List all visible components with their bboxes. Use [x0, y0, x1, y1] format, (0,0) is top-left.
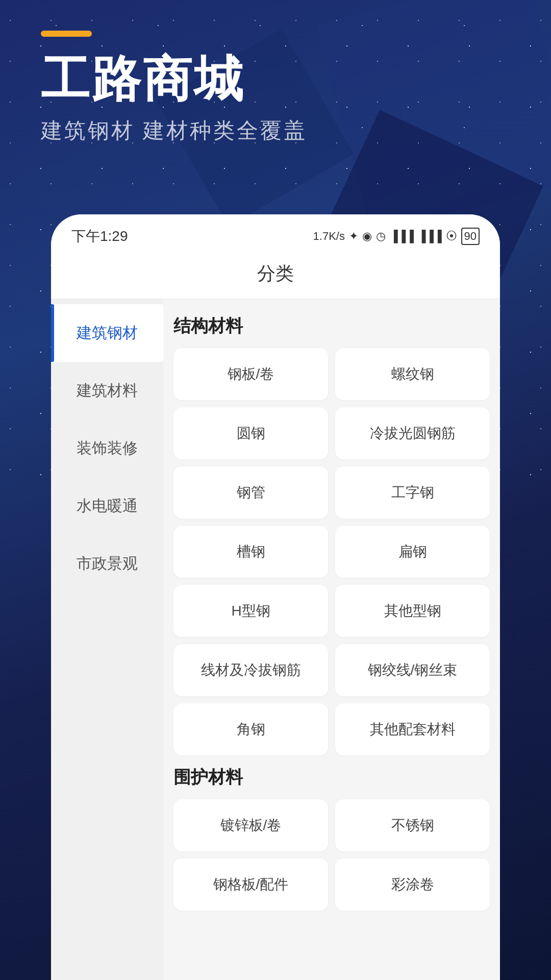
status-time: 下午1:29 — [71, 227, 128, 246]
item-steel-grating[interactable]: 钢格板/配件 — [173, 859, 328, 911]
item-stainless-steel[interactable]: 不锈钢 — [335, 799, 490, 851]
enclosure-grid: 镀锌板/卷 不锈钢 钢格板/配件 彩涂卷 — [173, 799, 490, 911]
item-strand[interactable]: 钢绞线/钢丝束 — [335, 644, 490, 696]
item-h-beam[interactable]: H型钢 — [173, 585, 328, 637]
bluetooth-icon: ✦ — [349, 230, 358, 243]
alarm-icon: ◷ — [376, 230, 386, 243]
item-steel-plate[interactable]: 钢板/卷 — [173, 348, 328, 400]
sidebar-item-municipal[interactable]: 市政景观 — [51, 535, 163, 593]
page-title-bar: 分类 — [51, 251, 500, 299]
status-bar: 下午1:29 1.7K/s ✦ ◉ ◷ ▐▐▐ ▐▐▐ ⦿ 90 — [51, 214, 500, 251]
sidebar-item-label: 建筑材料 — [77, 382, 138, 399]
item-i-beam[interactable]: 工字钢 — [335, 467, 490, 519]
item-angle-steel[interactable]: 角钢 — [173, 703, 328, 755]
item-steel-pipe[interactable]: 钢管 — [173, 467, 328, 519]
main-content: 结构材料 钢板/卷 螺纹钢 圆钢 冷拔光圆钢筋 钢管 — [163, 299, 500, 980]
item-cold-drawn[interactable]: 冷拔光圆钢筋 — [335, 407, 490, 459]
sidebar-item-water-electric[interactable]: 水电暖通 — [51, 477, 163, 535]
sidebar: 建筑钢材 建筑材料 装饰装修 水电暖通 市政景观 — [51, 299, 163, 980]
wifi-icon: ⦿ — [446, 230, 457, 243]
page-title: 分类 — [257, 263, 294, 284]
item-color-coated[interactable]: 彩涂卷 — [335, 859, 490, 911]
status-right: 1.7K/s ✦ ◉ ◷ ▐▐▐ ▐▐▐ ⦿ 90 — [313, 228, 480, 245]
sidebar-item-building-materials[interactable]: 建筑材料 — [51, 362, 163, 420]
enclosure-section: 围护材料 镀锌板/卷 不锈钢 钢格板/配件 彩涂卷 — [173, 766, 490, 911]
enclosure-section-title: 围护材料 — [173, 766, 490, 789]
structural-grid: 钢板/卷 螺纹钢 圆钢 冷拔光圆钢筋 钢管 工字钢 — [173, 348, 490, 755]
structural-section: 结构材料 钢板/卷 螺纹钢 圆钢 冷拔光圆钢筋 钢管 — [173, 314, 490, 755]
item-rebar[interactable]: 螺纹钢 — [335, 348, 490, 400]
item-wire-rebar[interactable]: 线材及冷拔钢筋 — [173, 644, 328, 696]
battery-level: 90 — [464, 230, 477, 243]
item-flat-steel[interactable]: 扁钢 — [335, 526, 490, 578]
app-title: 工路商城 — [41, 52, 510, 106]
sidebar-item-construction-steel[interactable]: 建筑钢材 — [51, 304, 163, 362]
signal-2-icon: ▐▐▐ — [418, 230, 442, 243]
sidebar-item-label: 装饰装修 — [77, 439, 138, 456]
nfc-icon: ◉ — [362, 230, 372, 243]
app-subtitle: 建筑钢材 建材种类全覆盖 — [41, 116, 510, 145]
structural-section-title: 结构材料 — [173, 314, 490, 338]
sidebar-item-decoration[interactable]: 装饰装修 — [51, 420, 163, 477]
orange-accent-bar — [41, 31, 92, 37]
content-area: 建筑钢材 建筑材料 装饰装修 水电暖通 市政景观 结构材料 钢板/卷 — [51, 299, 500, 980]
item-round-steel[interactable]: 圆钢 — [173, 407, 328, 459]
phone-card: 下午1:29 1.7K/s ✦ ◉ ◷ ▐▐▐ ▐▐▐ ⦿ 90 分类 建筑钢材… — [51, 214, 500, 980]
item-galvanized-plate[interactable]: 镀锌板/卷 — [173, 799, 328, 851]
header-area: 工路商城 建筑钢材 建材种类全覆盖 — [0, 0, 551, 165]
signal-1-icon: ▐▐▐ — [390, 230, 414, 243]
battery-icon: 90 — [461, 228, 480, 245]
sidebar-item-label: 市政景观 — [77, 555, 138, 572]
item-channel-steel[interactable]: 槽钢 — [173, 526, 328, 578]
item-other-section[interactable]: 其他型钢 — [335, 585, 490, 637]
sidebar-item-label: 水电暖通 — [77, 497, 138, 514]
sidebar-item-label: 建筑钢材 — [77, 324, 138, 341]
network-speed: 1.7K/s — [313, 230, 345, 243]
item-other-accessories[interactable]: 其他配套材料 — [335, 703, 490, 755]
